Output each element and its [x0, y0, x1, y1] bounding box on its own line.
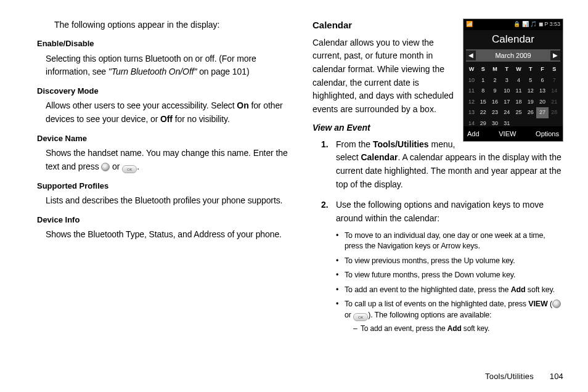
cross-ref: "Turn Bluetooth On/Off" [108, 67, 197, 76]
left-column: The following options appear in the disp… [25, 18, 288, 364]
text: on page 101) [197, 67, 249, 76]
step-list: From the Tools/Utilities menu, select Ca… [321, 138, 563, 334]
softkey-add[interactable]: Add [467, 129, 480, 139]
week-row: 12 15 16 17 18 19 20 21 [466, 97, 560, 108]
day-cell[interactable]: 8 [477, 86, 489, 97]
day-cell[interactable]: 15 [477, 97, 489, 108]
day-cell[interactable]: 18 [513, 97, 525, 108]
text: or [110, 161, 122, 171]
bullet-prev: To view previous months, press the Up vo… [336, 256, 563, 267]
day-cell[interactable]: 17 [501, 97, 513, 108]
week-row: 11 8 9 10 11 12 13 14 [466, 86, 560, 97]
discovery-body: Allows other users to see your accessibi… [46, 99, 288, 126]
text: To call up a list of events on the highl… [345, 300, 528, 308]
ok-key-icon: OK [122, 165, 137, 173]
menu-name: Tools/Utilities [373, 139, 429, 149]
footer-section: Tools/Utilities [485, 372, 534, 381]
week-num: 11 [466, 86, 477, 97]
devicename-body: Shows the handset name. You may change t… [46, 147, 288, 173]
profiles-heading: Supported Profiles [37, 180, 288, 192]
week-row: 10 1 2 3 4 5 6 7 [466, 75, 560, 86]
add-label: Add [511, 285, 526, 294]
day-cell[interactable]: 26 [525, 107, 536, 118]
day-cell[interactable]: 9 [489, 86, 500, 97]
item-name: Calendar [361, 152, 398, 162]
bullet-next: To view future months, press the Down vo… [336, 270, 563, 281]
ok-key-icon: OK [353, 313, 368, 321]
week-num: 10 [466, 75, 477, 86]
day-head: T [501, 64, 513, 75]
text: To add an event, press the [361, 324, 447, 333]
day-cell[interactable]: 11 [513, 86, 525, 97]
text: Shows the handset name. You may change t… [46, 148, 288, 171]
day-head: F [536, 64, 548, 75]
day-cell[interactable]: 6 [536, 75, 548, 86]
text: . [137, 161, 139, 171]
intro-line: The following options appear in the disp… [54, 18, 288, 31]
calendar-wrap: 📶 🔒 📊 🎵 ◼ P 3:53 Calendar ◀ March 2009 ▶… [312, 18, 563, 341]
softkey-options[interactable]: Options [536, 129, 559, 139]
day-cell[interactable]: 24 [501, 107, 513, 118]
day-cell[interactable]: 14 [549, 86, 560, 97]
phone-statusbar: 📶 🔒 📊 🎵 ◼ P 3:53 [463, 19, 563, 30]
month-bar: ◀ March 2009 ▶ [466, 49, 560, 62]
day-cell[interactable]: 23 [489, 107, 500, 118]
prev-arrow-icon[interactable]: ◀ [466, 51, 476, 60]
day-head: W [513, 64, 525, 75]
page-columns: The following options appear in the disp… [25, 18, 563, 364]
step-1: From the Tools/Utilities menu, select Ca… [321, 138, 563, 192]
day-cell[interactable]: 10 [501, 86, 513, 97]
status-icons: 🔒 📊 🎵 ◼ P 3:53 [513, 20, 560, 29]
devicename-heading: Device Name [37, 133, 288, 145]
day-cell[interactable]: 3 [501, 75, 513, 86]
day-cell[interactable]: 21 [549, 97, 560, 108]
day-cell[interactable]: 22 [477, 107, 489, 118]
day-header-row: W S M T W T F S [466, 64, 560, 75]
dash-add: To add an event, press the Add soft key. [345, 324, 563, 334]
profiles-body: Lists and describes the Bluetooth profil… [46, 194, 288, 208]
text: soft key. [462, 324, 490, 333]
day-cell[interactable]: 28 [549, 107, 560, 118]
next-arrow-icon[interactable]: ▶ [550, 51, 560, 60]
day-cell[interactable]: 4 [513, 75, 525, 86]
nav-key-icon [101, 163, 110, 171]
page-footer: Tools/Utilities 104 [485, 372, 563, 381]
day-cell[interactable]: 16 [489, 97, 500, 108]
day-cell[interactable]: 2 [489, 75, 500, 86]
text: From the [336, 139, 373, 149]
day-cell[interactable]: 13 [536, 86, 548, 97]
day-cell[interactable]: 20 [536, 97, 548, 108]
on-label: On [237, 100, 248, 110]
softkey-view[interactable]: VIEW [499, 129, 516, 139]
enable-body: Selecting this option turns Bluetooth on… [46, 52, 288, 79]
day-cell[interactable]: 25 [513, 107, 525, 118]
bullet-list: To move to an individual day, one day or… [336, 231, 563, 334]
bullet-nav: To move to an individual day, one day or… [336, 231, 563, 252]
text: for no visibility. [173, 114, 230, 124]
page-number: 104 [550, 372, 563, 381]
bullet-view: To call up a list of events on the highl… [336, 299, 563, 333]
text: soft key. [526, 285, 555, 294]
add-label: Add [447, 324, 462, 333]
day-cell[interactable]: 1 [477, 75, 489, 86]
phone-title: Calendar [463, 30, 563, 49]
text: ( [548, 300, 552, 308]
day-cell-highlighted[interactable]: 27 [536, 107, 548, 118]
phone-screenshot: 📶 🔒 📊 🎵 ◼ P 3:53 Calendar ◀ March 2009 ▶… [463, 18, 563, 142]
signal-icon: 📶 [466, 20, 473, 29]
off-label: Off [160, 114, 173, 124]
text: ). The following options are available: [368, 311, 491, 319]
bullet-add: To add an event to the highlighted date,… [336, 285, 563, 296]
text: or [345, 311, 353, 319]
discovery-heading: Discovery Mode [37, 85, 288, 97]
week-num: 12 [466, 97, 477, 108]
step-2: Use the following options and navigation… [321, 198, 563, 333]
day-head: S [549, 64, 560, 75]
day-cell[interactable]: 7 [549, 75, 560, 86]
text: Allows other users to see your accessibi… [46, 100, 237, 110]
day-cell[interactable]: 19 [525, 97, 536, 108]
day-cell[interactable]: 12 [525, 86, 536, 97]
right-column: 📶 🔒 📊 🎵 ◼ P 3:53 Calendar ◀ March 2009 ▶… [312, 18, 563, 364]
deviceinfo-heading: Device Info [37, 214, 288, 226]
day-cell[interactable]: 5 [525, 75, 536, 86]
